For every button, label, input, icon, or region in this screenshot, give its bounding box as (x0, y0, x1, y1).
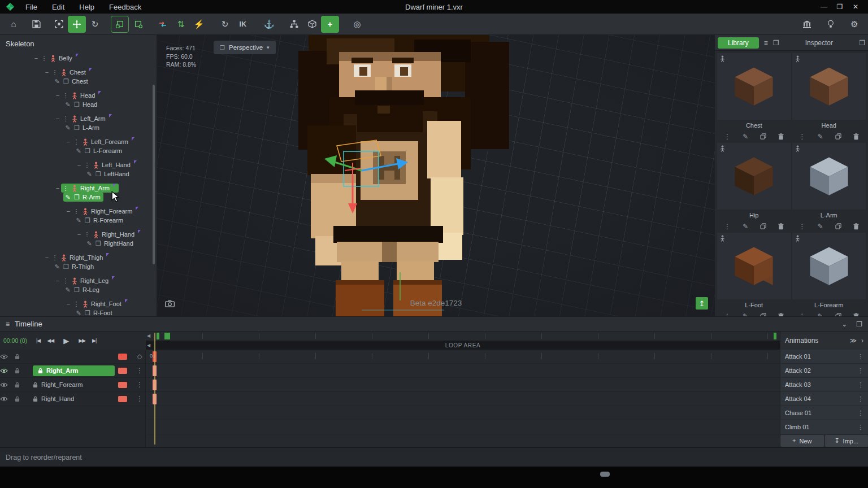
trash-icon[interactable] (853, 223, 859, 230)
import-animation-button[interactable]: ↧ Imp... (825, 435, 868, 447)
menu-file[interactable]: File (18, 3, 45, 11)
tool-rotate-icon[interactable]: ↻ (86, 16, 104, 33)
double-chevron-icon[interactable]: ≫ (849, 337, 857, 345)
tool-move-icon[interactable] (68, 16, 86, 33)
shape-row[interactable]: ✎❒R-Thigh (0, 262, 157, 271)
kebab-icon[interactable]: ⋮ (857, 381, 863, 389)
bone-row[interactable]: −⋮Right_Thigh (0, 253, 157, 262)
range-end-marker[interactable] (774, 333, 776, 339)
kebab-icon[interactable]: ⋮ (41, 55, 47, 62)
popout-icon[interactable]: ❐ (773, 39, 779, 47)
kebab-icon[interactable]: ⋮ (799, 223, 806, 230)
pencil-icon[interactable]: ✎ (54, 263, 60, 271)
lock-icon[interactable] (15, 368, 28, 374)
kebab-icon[interactable]: ⋮ (724, 223, 731, 230)
keyframe-diamond-icon[interactable]: ◇ (134, 352, 145, 360)
hamburger-icon[interactable]: ≡ (764, 39, 768, 47)
trash-icon[interactable] (778, 133, 784, 140)
scrollbar-thumb[interactable] (600, 472, 610, 477)
copy-icon[interactable] (760, 133, 766, 140)
pencil-icon[interactable]: ✎ (64, 124, 71, 132)
lock-icon[interactable] (15, 354, 28, 360)
viewport-corner-button[interactable]: ↥ (696, 297, 708, 310)
lock-icon[interactable] (15, 396, 28, 402)
kebab-icon[interactable]: ⋮ (62, 185, 69, 192)
playhead[interactable] (154, 333, 155, 445)
tool-cube-icon[interactable] (303, 16, 321, 33)
library-thumbnail[interactable] (792, 143, 866, 210)
collapse-icon[interactable]: − (44, 69, 50, 76)
library-thumbnail[interactable] (717, 53, 791, 120)
pencil-icon[interactable]: ✎ (64, 286, 71, 294)
kebab-icon[interactable]: ⋮ (857, 395, 863, 403)
tool-target-icon[interactable]: ◎ (348, 16, 366, 33)
kebab-icon[interactable]: ⋮ (724, 133, 731, 141)
kebab-icon[interactable]: ⋮ (724, 312, 731, 317)
tool-anchor-icon[interactable]: ⚓ (260, 16, 278, 33)
minimize-icon[interactable]: — (817, 3, 831, 11)
shape-row[interactable]: ✎❒R-Leg (0, 285, 157, 294)
projection-dropdown[interactable]: ❒ Perspective ▾ (214, 41, 276, 54)
collapse-icon[interactable]: − (76, 231, 83, 238)
shape-row[interactable]: ✎❒L-Arm (0, 123, 157, 132)
kebab-icon[interactable]: ⋮ (857, 409, 863, 417)
viewport-3d[interactable]: Faces: 471 FPS: 60.0 RAM: 8.8% ❒ Perspec… (157, 35, 715, 316)
shape-row[interactable]: ✎❒R-Arm (0, 193, 157, 202)
tool-pose-icon[interactable]: ⚡ (190, 16, 208, 33)
shape-row[interactable]: ✎❒R-Forearm (0, 216, 157, 225)
trash-icon[interactable] (778, 223, 784, 230)
track-master-row[interactable]: ◇ (0, 350, 145, 364)
track-color-swatch[interactable] (118, 396, 127, 402)
voxel-character[interactable] (157, 35, 715, 316)
scroll-left-icon[interactable]: ◀ (147, 343, 151, 348)
library-thumbnail[interactable] (717, 233, 791, 299)
play-button[interactable]: ▶ (58, 337, 75, 345)
hamburger-icon[interactable]: ≡ (6, 320, 10, 328)
pencil-icon[interactable]: ✎ (818, 312, 823, 317)
collapse-icon[interactable]: − (54, 185, 61, 191)
popout-icon[interactable]: ❐ (856, 320, 862, 328)
tab-inspector[interactable]: Inspector (805, 39, 833, 47)
kebab-icon[interactable]: ⋮ (857, 367, 863, 374)
skip-end-button[interactable]: ▶| (89, 337, 99, 345)
pencil-icon[interactable]: ✎ (743, 133, 748, 141)
kebab-icon[interactable]: ⋮ (62, 92, 69, 99)
bone-row[interactable]: −⋮Right_Foot (0, 299, 157, 308)
shape-row[interactable]: ✎❒L-Forearm (0, 146, 157, 155)
chevron-right-icon[interactable]: › (861, 337, 863, 345)
kebab-icon[interactable]: ⋮ (62, 115, 69, 123)
animation-row-Attack-04[interactable]: Attack 04⋮ (780, 392, 868, 406)
track-row-Right_Arm[interactable]: Right_Arm⋮ (0, 364, 145, 378)
copy-icon[interactable] (760, 223, 766, 229)
kebab-icon[interactable]: ⋮ (84, 231, 90, 238)
tool-save-icon[interactable] (27, 16, 45, 33)
collapse-panel-icon[interactable]: ⌄ (841, 320, 847, 328)
pencil-icon[interactable]: ✎ (75, 147, 82, 155)
pencil-icon[interactable]: ✎ (75, 217, 82, 224)
skip-start-button[interactable]: |◀ (33, 337, 43, 345)
kebab-icon[interactable]: ⋮ (799, 133, 806, 141)
pencil-icon[interactable]: ✎ (743, 312, 748, 317)
track-name[interactable]: Right_Arm (33, 365, 115, 376)
maximize-icon[interactable]: ❐ (833, 3, 847, 11)
skeleton-scrollbar[interactable] (153, 85, 155, 264)
tool-gear-icon[interactable]: ⚙ (845, 16, 863, 33)
collapse-icon[interactable]: − (33, 55, 40, 62)
bone-row[interactable]: −⋮Belly (0, 54, 157, 63)
track-name[interactable]: Right_Forearm (33, 381, 118, 388)
kebab-icon[interactable]: ⋮ (51, 254, 58, 262)
pencil-icon[interactable]: ✎ (75, 310, 82, 317)
pencil-icon[interactable]: ✎ (86, 240, 93, 247)
tool-frame-icon[interactable] (50, 16, 68, 33)
tool-mirror-y-icon[interactable]: ⇅ (172, 16, 190, 33)
bone-row[interactable]: −⋮Head (0, 91, 157, 100)
kebab-icon[interactable]: ⋮ (51, 69, 58, 76)
tool-pivot-a-icon[interactable] (111, 16, 129, 33)
tab-library[interactable]: Library (718, 37, 759, 49)
pencil-icon[interactable]: ✎ (818, 133, 823, 141)
kebab-icon[interactable]: ⋮ (134, 367, 145, 374)
animation-row-Attack-01[interactable]: Attack 01⋮ (780, 350, 868, 363)
kebab-icon[interactable]: ⋮ (799, 312, 806, 317)
loop-area[interactable]: ◀ LOOP AREA (146, 341, 780, 350)
keyframe-grid[interactable]: 0s (146, 350, 780, 447)
